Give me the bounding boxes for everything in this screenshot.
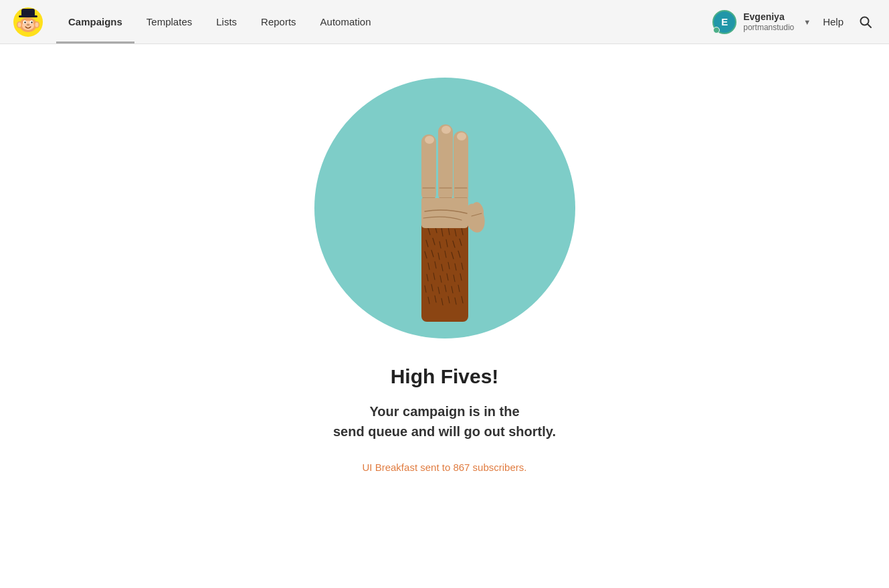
svg-rect-13 <box>21 9 35 17</box>
search-button[interactable] <box>856 12 876 32</box>
high-five-illustration <box>314 78 575 338</box>
user-name: Evgeniya <box>743 11 794 23</box>
hand-svg <box>378 94 512 322</box>
online-status <box>713 27 720 33</box>
svg-rect-66 <box>425 136 434 144</box>
user-menu[interactable]: E Evgeniya portmanstudio ▼ <box>712 10 811 34</box>
dropdown-arrow-icon: ▼ <box>803 18 811 26</box>
svg-rect-67 <box>438 124 453 201</box>
search-icon <box>859 15 872 29</box>
nav-reports[interactable]: Reports <box>249 0 308 43</box>
svg-point-7 <box>27 23 30 25</box>
nav-automation[interactable]: Automation <box>308 0 383 43</box>
navbar-right: E Evgeniya portmanstudio ▼ Help <box>712 10 876 34</box>
headline: High Fives! <box>391 365 499 388</box>
svg-rect-70 <box>441 126 451 134</box>
svg-rect-63 <box>421 134 436 201</box>
svg-line-15 <box>868 24 871 27</box>
nav-campaigns[interactable]: Campaigns <box>56 0 134 43</box>
nav-templates[interactable]: Templates <box>134 0 204 43</box>
main-content: High Fives! Your campaign is in the send… <box>0 44 889 473</box>
campaign-link[interactable]: UI Breakfast sent to 867 subscribers. <box>363 462 527 473</box>
user-org: portmanstudio <box>743 23 794 32</box>
nav-links: Campaigns Templates Lists Reports Automa… <box>56 0 712 43</box>
user-info: Evgeniya portmanstudio <box>743 11 794 32</box>
mailchimp-logo[interactable] <box>13 7 43 37</box>
svg-rect-74 <box>457 132 466 140</box>
navbar: Campaigns Templates Lists Reports Automa… <box>0 0 889 44</box>
svg-point-5 <box>24 21 25 23</box>
help-link[interactable]: Help <box>823 16 844 27</box>
svg-rect-16 <box>421 218 468 322</box>
svg-point-6 <box>31 21 32 23</box>
avatar: E <box>712 10 736 34</box>
svg-point-11 <box>35 22 39 27</box>
svg-rect-71 <box>454 131 468 203</box>
svg-point-10 <box>18 22 21 27</box>
subtext: Your campaign is in the send queue and w… <box>333 401 556 442</box>
nav-lists[interactable]: Lists <box>204 0 249 43</box>
